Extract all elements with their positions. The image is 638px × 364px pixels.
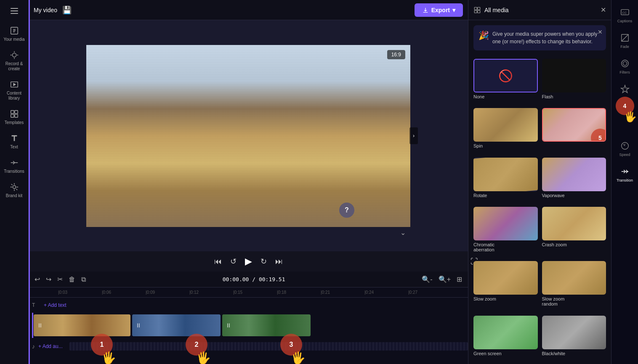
effect-green-screen[interactable]: Green screen	[473, 316, 538, 361]
panel-close-button[interactable]: ✕	[601, 6, 606, 14]
ruler-mark-6: |0:21	[320, 290, 364, 295]
tooltip-text: Give your media super powers when you ap…	[492, 30, 601, 45]
ruler-mark-8: |0:27	[407, 290, 451, 295]
ruler-marks: |0:03 |0:06 |0:09 |0:12 |0:15 |0:18 |0:2…	[57, 290, 451, 295]
sidebar-item-record-create[interactable]: Record &create	[0, 46, 28, 76]
sidebar-item-text[interactable]: Text	[0, 129, 28, 154]
hamburger-menu[interactable]	[7, 3, 22, 18]
effect-thumb-rotate	[473, 158, 538, 191]
svg-point-17	[623, 61, 627, 65]
svg-rect-10	[474, 10, 477, 13]
effect-flash[interactable]: Flash	[542, 59, 606, 104]
replay-5-button[interactable]: ↺	[230, 257, 237, 266]
sidebar-label-your-media: Your media	[3, 37, 24, 42]
panel-label-captions: Captions	[617, 19, 633, 23]
panel-title: All media	[484, 7, 509, 13]
redo-button[interactable]: ↪	[44, 274, 53, 285]
effect-slow-zoom-random[interactable]: Slow zoomrandom	[542, 261, 606, 311]
effect-label-black-white: Black/white	[542, 351, 606, 356]
zoom-out-button[interactable]: 🔍-	[420, 274, 434, 285]
sidebar-item-transitions[interactable]: Transitions	[0, 154, 28, 178]
sidebar-item-templates[interactable]: Templates	[0, 105, 28, 129]
svg-rect-5	[11, 114, 13, 117]
tooltip-close-button[interactable]: ✕	[598, 29, 603, 35]
effect-crash-zoom[interactable]: Crash zoom	[542, 207, 606, 257]
effect-thumb-spin	[473, 108, 538, 142]
fit-timeline-button[interactable]: ⊞	[455, 274, 464, 285]
ruler-mark-2: |0:09	[145, 290, 189, 295]
effect-label-flash: Flash	[542, 94, 606, 99]
delete-button[interactable]: 🗑	[67, 274, 77, 285]
timeline-area: ↩ ↪ ✂ 🗑 ⧉ 00:00.00 / 00:19.51 🔍- 🔍+ ⊞ |0…	[29, 272, 468, 364]
panel-item-effects[interactable]: 🖐 4	[611, 80, 638, 120]
add-audio-button[interactable]: + Add au...	[38, 343, 63, 349]
effect-label-spin: Spin	[473, 143, 538, 148]
effect-none[interactable]: 🚫 None	[473, 59, 538, 104]
svg-point-1	[12, 53, 16, 57]
sidebar-item-content-library[interactable]: Contentlibrary	[0, 76, 28, 105]
speed-icon	[620, 141, 630, 150]
effect-vaporwave[interactable]: Vaporwave	[542, 158, 606, 203]
video-clip-2[interactable]: ⏸	[132, 314, 221, 336]
zoom-in-button[interactable]: 🔍+	[437, 274, 452, 285]
help-button[interactable]: ?	[339, 203, 354, 218]
effect-label-crash-zoom: Crash zoom	[542, 242, 606, 247]
save-icon[interactable]: 💾	[62, 5, 72, 15]
svg-text:CC: CC	[622, 11, 627, 15]
forward-5-button[interactable]: ↻	[261, 257, 267, 266]
timeline-toolbar: ↩ ↪ ✂ 🗑 ⧉ 00:00.00 / 00:19.51 🔍- 🔍+ ⊞	[29, 272, 468, 288]
panel-item-transition[interactable]: Transition	[611, 163, 638, 187]
clip-pause-icon-3: ⏸	[226, 322, 231, 329]
effect-thumb-vaporwave	[542, 158, 606, 191]
effect-chromatic[interactable]: Chromaticaberration	[473, 207, 538, 257]
preview-collapse-arrow[interactable]: ›	[409, 127, 418, 144]
effect-rotate[interactable]: Rotate	[473, 158, 538, 203]
video-clip-1[interactable]: ⏸	[34, 314, 130, 336]
effect-thumb-slow-zoom	[473, 261, 538, 295]
video-preview[interactable]	[86, 45, 410, 227]
annotation-4-area: 🖐 4	[616, 96, 634, 116]
svg-line-15	[621, 34, 628, 42]
collapse-panel-btn[interactable]: ⌄	[400, 229, 406, 236]
export-button[interactable]: Export ▾	[415, 3, 463, 17]
video-clip-3[interactable]: ⏸	[222, 314, 311, 336]
duplicate-button[interactable]: ⧉	[80, 274, 88, 285]
effect-thumb-none: 🚫	[473, 59, 538, 92]
topbar: My video 💾 Export ▾	[29, 0, 468, 20]
tooltip-banner: 🎉 Give your media super powers when you …	[473, 25, 606, 50]
effect-highlighted[interactable]: 🖐 5	[542, 108, 606, 153]
video-track: ⏸ ⏸ ⏸ 🖐 1	[32, 313, 468, 338]
effect-spin[interactable]: Spin	[473, 108, 538, 153]
main-area: My video 💾 Export ▾ 16:9 › ? ⌄ ⏮ ↺ ▶	[29, 0, 468, 364]
none-icon: 🚫	[498, 69, 513, 83]
svg-point-16	[621, 60, 628, 67]
effect-black-white[interactable]: Black/white	[542, 316, 606, 361]
effect-label-chromatic: Chromaticaberration	[473, 242, 538, 252]
skip-back-button[interactable]: ⏮	[214, 257, 222, 266]
panel-item-filters[interactable]: Filters	[611, 55, 638, 79]
play-button[interactable]: ▶	[245, 256, 252, 267]
project-title: My video	[34, 7, 57, 13]
audio-track: ♪ + Add au...	[32, 340, 468, 353]
audio-icon: ♪	[32, 343, 35, 350]
panel-item-fade[interactable]: Fade	[611, 29, 638, 53]
panel-item-captions[interactable]: CC Captions	[611, 3, 638, 27]
sidebar-label-text: Text	[10, 145, 18, 150]
skip-forward-button[interactable]: ⏭	[275, 257, 283, 266]
add-text-button[interactable]: + Add text	[44, 302, 66, 308]
sidebar-item-your-media[interactable]: Your media	[0, 22, 28, 46]
svg-rect-4	[14, 111, 17, 113]
aspect-ratio-badge: 16:9	[387, 50, 405, 59]
effect-label-rotate: Rotate	[473, 193, 538, 198]
sidebar-item-brand[interactable]: Brand kit	[0, 178, 28, 203]
undo-button[interactable]: ↩	[33, 274, 42, 285]
panel-item-speed[interactable]: Speed	[611, 137, 638, 161]
effect-label-slow-zoom-random: Slow zoomrandom	[542, 296, 606, 306]
right-panel: All media ✕ 🎉 Give your media super powe…	[468, 0, 611, 364]
cut-button[interactable]: ✂	[56, 274, 64, 285]
sidebar-label-transitions: Transitions	[4, 169, 24, 174]
effect-slow-zoom[interactable]: Slow zoom	[473, 261, 538, 311]
preview-container: 16:9 › ? ⌄	[29, 20, 468, 251]
left-sidebar: Your media Record &create Contentlibrary…	[0, 0, 29, 364]
svg-rect-8	[474, 7, 477, 10]
